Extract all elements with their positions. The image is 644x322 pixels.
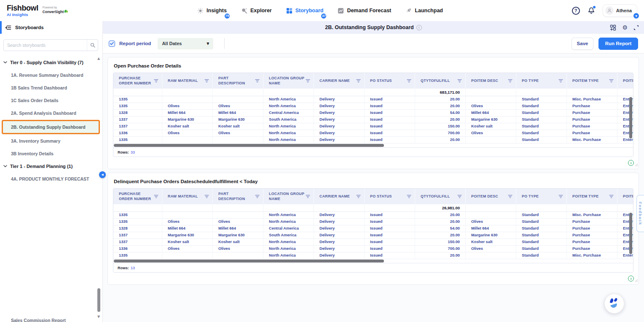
vertical-scrollbar[interactable] xyxy=(629,213,632,257)
column-header-poitem-desc[interactable]: POITEM DESC xyxy=(466,73,516,89)
table-row[interactable]: 1335North AmericaDeliveryIssued20.00Stan… xyxy=(113,212,633,219)
column-header-po-status[interactable]: PO STATUS xyxy=(365,189,415,204)
scroll-down-icon[interactable]: ▼ xyxy=(96,315,101,319)
column-header-po-type[interactable]: PO TYPE xyxy=(516,73,567,89)
filter-icon[interactable] xyxy=(609,195,614,198)
settings-gear-icon[interactable]: ⚙ xyxy=(622,24,628,30)
sidebar-item-sales-commission-report[interactable]: Sales Commission Report xyxy=(11,318,66,322)
column-header-carrier-name[interactable]: CARRIER NAME xyxy=(314,73,365,89)
sidebar-item-1b-sales-trend-dashboard[interactable]: 1B Sales Trend Dashboard xyxy=(3,81,101,94)
column-header-part-description[interactable]: PART DESCRIPTION xyxy=(213,189,263,204)
filter-icon[interactable] xyxy=(356,195,361,198)
nav-item-explorer[interactable]: Explorer xyxy=(241,8,272,14)
sidebar-item-3a-inventory-summary[interactable]: 3A. Inventory Summary xyxy=(3,135,101,147)
title-info-icon[interactable]: i xyxy=(416,25,422,30)
v-scroll-thumb[interactable] xyxy=(629,97,632,138)
filter-icon[interactable] xyxy=(558,195,563,198)
sidebar-collapse-icon[interactable]: ◀ xyxy=(99,171,106,178)
nav-item-storyboard[interactable]: Storyboard37 xyxy=(286,8,324,14)
column-header-poitem-type[interactable]: POITEM TYPE xyxy=(567,73,617,89)
column-header-location-group-name[interactable]: LOCATION GROUP NAME xyxy=(263,73,314,89)
table-row[interactable]: 1337Margarine 630Margarine 630South Amer… xyxy=(113,232,633,239)
fullscreen-icon[interactable] xyxy=(633,25,639,30)
filter-icon[interactable] xyxy=(558,79,563,83)
save-button[interactable]: Save xyxy=(572,38,593,50)
filter-icon[interactable] xyxy=(407,79,411,83)
filter-icon[interactable] xyxy=(255,195,260,198)
column-header-raw-material[interactable]: RAW MATERIAL xyxy=(162,189,213,204)
nav-item-demand-forecast[interactable]: Demand Forecast xyxy=(338,8,391,14)
corner-resize-icon[interactable] xyxy=(635,161,638,168)
user-menu[interactable]: Athena ▼ xyxy=(603,4,637,17)
sidebar-item-2b-outstanding-supply-dashboard[interactable]: 2B. Outstanding Supply Dashboard xyxy=(2,120,100,134)
filter-icon[interactable] xyxy=(508,79,513,83)
table-row[interactable]: 1328Millet 664Millet 664Central AmericaD… xyxy=(113,225,633,232)
storyboard-list-icon[interactable] xyxy=(5,25,11,30)
column-header-part-description[interactable]: PART DESCRIPTION xyxy=(213,73,263,89)
column-header-poitem-type[interactable]: POITEM TYPE xyxy=(567,189,617,204)
vertical-scrollbar[interactable] xyxy=(629,97,632,141)
search-icon[interactable] xyxy=(87,40,98,51)
filter-icon[interactable] xyxy=(204,195,209,198)
table-row[interactable]: 1335North AmericaDeliveryIssued20.00Stan… xyxy=(113,96,633,103)
h-scroll-thumb[interactable] xyxy=(114,260,384,262)
column-header-raw-material[interactable]: RAW MATERIAL xyxy=(162,73,213,89)
filter-icon[interactable] xyxy=(204,79,209,83)
table-row[interactable]: 1328Millet 664Millet 664Central AmericaD… xyxy=(113,110,633,116)
filter-icon[interactable] xyxy=(255,79,260,83)
filter-icon[interactable] xyxy=(457,79,462,83)
table-row[interactable]: 1335OlivesOlivesNorth AmericaDeliveryIss… xyxy=(113,103,633,110)
horizontal-scrollbar[interactable] xyxy=(113,259,633,263)
feedback-tab[interactable]: Feedback xyxy=(636,195,644,232)
card-info-icon[interactable]: i xyxy=(628,160,634,166)
report-period-checkbox[interactable] xyxy=(109,41,115,47)
scroll-up-icon[interactable]: ▲ xyxy=(96,57,101,60)
sidebar-item-4a-product-monthly-forecast[interactable]: 4A. PRODUCT MONTHLY FORECAST xyxy=(3,173,101,185)
assistant-chat-button[interactable] xyxy=(604,294,624,314)
notifications-bell-icon[interactable] xyxy=(588,7,595,15)
filter-icon[interactable] xyxy=(306,195,310,198)
column-header-po-type[interactable]: PO TYPE xyxy=(516,189,567,204)
table-row[interactable]: 1336OlivesOlivesNorth AmericaDeliveryIss… xyxy=(113,130,633,137)
column-header-purchase-order-number[interactable]: PURCHASE ORDER NUMBER xyxy=(113,189,162,204)
filter-icon[interactable] xyxy=(609,79,614,83)
table-row[interactable]: 1337Margarine 630Margarine 630South Amer… xyxy=(113,116,633,123)
table-row[interactable]: 1336OlivesOlivesNorth AmericaDeliveryIss… xyxy=(113,246,633,252)
run-report-button[interactable]: Run Report xyxy=(598,38,638,50)
filter-icon[interactable] xyxy=(306,79,310,83)
column-header-poitem-status[interactable]: POITEM STATUS xyxy=(617,189,633,204)
column-header-purchase-order-number[interactable]: PURCHASE ORDER NUMBER xyxy=(113,73,162,89)
report-period-select[interactable]: All Dates ▼ xyxy=(158,38,213,49)
filter-icon[interactable] xyxy=(508,195,513,198)
corner-resize-icon[interactable] xyxy=(635,276,638,284)
filter-icon[interactable] xyxy=(407,195,411,198)
tree-group[interactable]: Tier 0 - Supply Chain Visibility (7) xyxy=(3,56,101,69)
column-header-qtytofulfill[interactable]: QTYTOFULFILL xyxy=(415,73,466,89)
column-header-location-group-name[interactable]: LOCATION GROUP NAME xyxy=(263,189,314,204)
filter-icon[interactable] xyxy=(154,195,158,198)
sidebar-item-2a-spend-analysis-dashboard[interactable]: 2A. Spend Analysis Dashboard xyxy=(3,107,101,119)
sidebar-item-1c-sales-order-details[interactable]: 1C Sales Order Details xyxy=(3,94,101,107)
v-scroll-thumb[interactable] xyxy=(629,213,632,254)
table-row[interactable]: 1335OlivesOlivesNorth AmericaDeliveryIss… xyxy=(113,219,633,225)
add-widget-icon[interactable] xyxy=(610,24,616,31)
filter-icon[interactable] xyxy=(154,79,158,83)
help-icon[interactable]: ? xyxy=(572,7,580,15)
column-header-qtytofulfill[interactable]: QTYTOFULFILL xyxy=(415,189,466,204)
sidebar-item-1a-revenue-summary-dashboard[interactable]: 1A. Revenue Summary Dashboard xyxy=(3,69,101,81)
search-input[interactable] xyxy=(4,43,87,48)
table-row[interactable]: 1335North AmericaDeliveryIssued20.00Stan… xyxy=(113,137,633,143)
table-row[interactable]: 1335North AmericaDeliveryIssued20.00Stan… xyxy=(113,252,633,259)
table-row[interactable]: 1337Kosher saltKosher saltNorth AmericaD… xyxy=(113,239,633,246)
h-scroll-thumb[interactable] xyxy=(114,144,384,147)
card-info-icon[interactable]: i xyxy=(628,276,634,281)
filter-icon[interactable] xyxy=(356,79,361,83)
column-header-poitem-status[interactable]: POITEM STATUS xyxy=(617,73,633,89)
column-header-po-status[interactable]: PO STATUS xyxy=(365,73,415,89)
tree-group[interactable]: Tier 1 - Demand Planning (1) xyxy=(3,160,101,173)
table-row[interactable]: 1337Kosher saltKosher saltNorth AmericaD… xyxy=(113,123,633,130)
column-header-poitem-desc[interactable]: POITEM DESC xyxy=(466,189,516,204)
nav-item-insights[interactable]: Insights75 xyxy=(197,8,227,14)
sidebar-scroll-thumb[interactable] xyxy=(97,288,100,312)
sidebar-item-3b-inventory-details[interactable]: 3B Inventory Details xyxy=(3,147,101,160)
